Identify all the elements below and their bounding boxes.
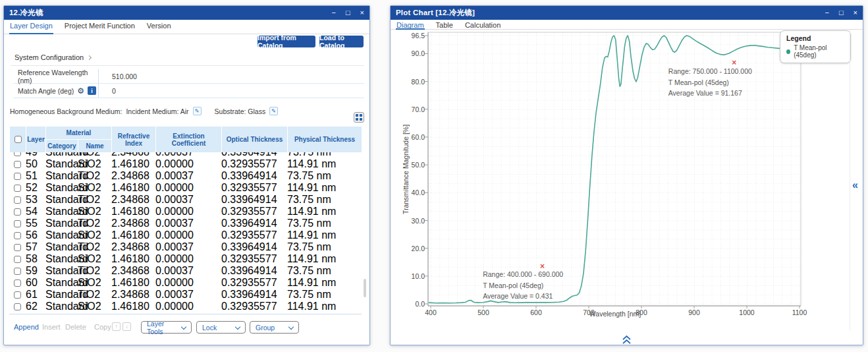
window-title: Plot Chart [12.冷光镜] <box>396 8 475 18</box>
row-checkbox[interactable] <box>14 244 21 251</box>
insert-button[interactable]: Insert <box>42 323 61 331</box>
delete-button[interactable]: Delete <box>65 323 86 331</box>
table-row[interactable]: 49StandardTiO22.348680.000370.3396491473… <box>9 152 362 158</box>
cell-k: 0.00000 <box>155 182 221 194</box>
close-icon[interactable]: × <box>854 6 857 20</box>
cell-pt: 73.75 nm <box>287 194 362 206</box>
collapse-panel-icon[interactable]: « <box>852 180 858 191</box>
annotation-line: T Mean-pol (45deg) <box>668 77 752 88</box>
table-row[interactable]: 54StandardSiO21.461800.000000.3293557711… <box>9 206 362 218</box>
expand-bottom-panel-icon[interactable] <box>622 335 632 345</box>
table-row[interactable]: 58StandardSiO21.461800.000000.3293557711… <box>9 253 362 265</box>
select-all-checkbox[interactable] <box>14 136 22 143</box>
row-checkbox[interactable] <box>14 232 21 239</box>
minimize-icon[interactable]: − <box>331 6 335 20</box>
table-row[interactable]: 53StandardTiO22.348680.000370.3396491473… <box>9 194 362 206</box>
row-checkbox[interactable] <box>14 291 21 299</box>
tab-diagram[interactable]: Diagram <box>391 20 430 29</box>
col-header-material[interactable]: Material <box>46 127 112 140</box>
col-header-extinction-coefficient[interactable]: Extinction Coefficient <box>156 127 222 153</box>
x-tick-label: 1100 <box>785 308 814 316</box>
table-row[interactable]: 61StandardTiO22.348680.000370.3396491473… <box>9 289 362 301</box>
info-icon[interactable]: i <box>88 86 96 95</box>
copy-button[interactable]: Copy <box>94 323 111 331</box>
row-checkbox[interactable] <box>14 173 21 180</box>
row-checkbox[interactable] <box>14 161 21 168</box>
table-settings-icon[interactable] <box>354 112 364 123</box>
cell-name: SiO2 <box>78 277 111 289</box>
col-header-category[interactable]: Category <box>46 140 78 153</box>
row-checkbox[interactable] <box>14 185 21 192</box>
table-row[interactable]: 52StandardSiO21.461800.000000.3293557711… <box>9 182 362 194</box>
col-header-optical-thickness[interactable]: Optical Thickness <box>222 127 288 153</box>
row-checkbox[interactable] <box>14 208 21 216</box>
tab-project-merit-function[interactable]: Project Merit Function <box>59 20 141 34</box>
table-row[interactable]: 55StandardTiO22.348680.000370.3396491473… <box>9 218 362 229</box>
cell-pt: 73.75 nm <box>287 241 362 253</box>
cell-layer: 55 <box>26 218 45 229</box>
row-checkbox[interactable] <box>14 220 21 227</box>
row-checkbox[interactable] <box>14 303 21 310</box>
row-checkbox[interactable] <box>14 279 21 287</box>
layer-tools-dropdown[interactable]: Layer Tools <box>141 321 192 334</box>
table-row[interactable]: 56StandardSiO21.461800.000000.3293557711… <box>9 229 362 241</box>
table-scrollbar[interactable] <box>364 279 366 297</box>
maximize-icon[interactable]: □ <box>839 6 844 20</box>
layer-table-scroll-area[interactable]: 49StandardTiO22.348680.000370.3396491473… <box>9 152 362 314</box>
tab-version[interactable]: Version <box>141 20 177 34</box>
table-row[interactable]: 59StandardTiO22.348680.000370.3396491473… <box>9 265 362 277</box>
lock-dropdown[interactable]: Lock <box>196 321 246 334</box>
move-down-button[interactable]: ↓ <box>122 322 131 331</box>
table-row[interactable]: 62StandardSiO21.461800.000000.3293557711… <box>9 301 362 312</box>
close-icon[interactable]: × <box>360 6 364 20</box>
move-up-button[interactable]: ↑ <box>112 322 121 331</box>
layer-toolbar: Append Insert Delete Copy ↑ ↓ Layer Tool… <box>4 320 369 336</box>
cell-layer: 63 <box>26 312 45 314</box>
match-angle-row: Match Angle (deg) ⚙ i 0 <box>13 84 364 98</box>
minimize-icon[interactable]: − <box>825 6 828 20</box>
row-checkbox[interactable] <box>14 152 21 156</box>
tab-table[interactable]: Table <box>430 20 459 29</box>
window-title: 12.冷光镜 <box>9 8 43 18</box>
tab-layer-design[interactable]: Layer Design <box>4 20 59 34</box>
group-dropdown[interactable]: Group <box>250 321 299 334</box>
row-checkbox[interactable] <box>14 196 21 204</box>
cell-category: Standard <box>45 218 78 229</box>
cell-ot: 0.33964914 <box>221 194 287 206</box>
gear-icon[interactable]: ⚙ <box>77 86 84 96</box>
tab-calculation[interactable]: Calculation <box>459 20 506 29</box>
table-row[interactable]: 60StandardSiO21.461800.000000.3293557711… <box>9 277 362 289</box>
col-header-physical-thickness[interactable]: Physical Thickness <box>288 127 362 153</box>
col-header-name[interactable]: Name <box>78 140 112 153</box>
y-tick-label: 60.0 <box>402 133 425 141</box>
cell-name: SiO2 <box>78 253 111 265</box>
left-titlebar: 12.冷光镜 − □ × <box>4 6 369 20</box>
divider <box>11 65 364 66</box>
table-row[interactable]: 63StandardTiO22.348680.000370.1698245736… <box>9 312 362 314</box>
col-header-layer[interactable]: Layer <box>26 127 46 153</box>
cell-name: TiO2 <box>78 152 111 158</box>
match-angle-value[interactable]: 0 <box>98 84 364 98</box>
cell-k: 0.00037 <box>155 218 221 229</box>
row-checkbox[interactable] <box>14 256 21 263</box>
edit-substrate-icon[interactable]: ✎ <box>269 107 278 115</box>
col-header-refractive-index[interactable]: Refractive Index <box>112 127 156 153</box>
system-configuration-header[interactable]: System Configuration <box>14 53 91 61</box>
cell-pt: 114.91 nm <box>287 182 362 194</box>
table-row[interactable]: 50StandardSiO21.461800.000000.3293557711… <box>9 158 362 170</box>
append-button[interactable]: Append <box>14 323 39 331</box>
table-row[interactable]: 57StandardTiO22.348680.000370.3396491473… <box>9 241 362 253</box>
cell-layer: 61 <box>26 289 45 301</box>
import-from-catalog-button[interactable]: Import from Catalog <box>258 36 315 47</box>
cell-ot: 0.33964914 <box>221 170 287 182</box>
table-row[interactable]: 51StandardTiO22.348680.000370.3396491473… <box>9 170 362 182</box>
edit-incident-medium-icon[interactable]: ✎ <box>193 107 202 115</box>
cell-ot: 0.32935577 <box>221 182 287 194</box>
load-to-catalog-button[interactable]: Load to Catalog <box>319 36 364 47</box>
cell-k: 0.00000 <box>155 158 221 170</box>
maximize-icon[interactable]: □ <box>346 6 350 20</box>
row-checkbox[interactable] <box>14 268 21 275</box>
y-tick-label: 90.0 <box>402 49 425 57</box>
series-color-dot <box>786 49 790 54</box>
reference-wavelength-value[interactable]: 510.000 <box>98 69 364 83</box>
